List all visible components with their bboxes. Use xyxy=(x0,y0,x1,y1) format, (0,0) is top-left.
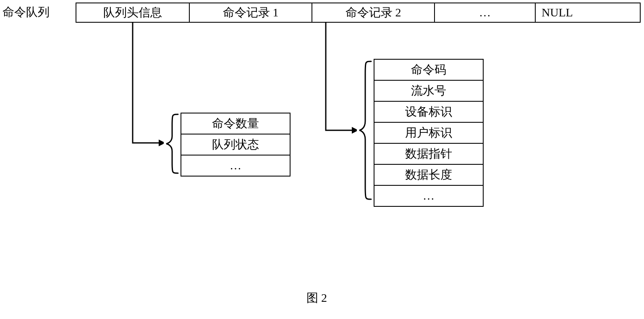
diagram-canvas: 命令队列 队列头信息 命令记录 1 命令记录 2 … NULL 命令数量 队列状… xyxy=(0,0,644,319)
queue-header-cell: 队列头信息 xyxy=(76,3,190,23)
queue-label: 命令队列 xyxy=(3,4,50,20)
arrow-header-to-detail xyxy=(126,23,164,149)
record-detail-table: 命令码 流水号 设备标识 用户标识 数据指针 数据长度 … xyxy=(374,59,484,207)
header-detail-row: … xyxy=(181,155,290,176)
null-cell: NULL xyxy=(536,3,641,23)
svg-marker-0 xyxy=(159,140,164,146)
record-detail-row: … xyxy=(374,185,483,206)
svg-marker-1 xyxy=(352,127,357,134)
record2-cell: 命令记录 2 xyxy=(312,3,435,23)
brace-header xyxy=(164,113,180,175)
record-detail-row: 命令码 xyxy=(374,60,483,80)
record-detail-row: 流水号 xyxy=(374,80,483,101)
record-detail-row: 设备标识 xyxy=(374,101,483,122)
header-detail-row: 命令数量 xyxy=(181,113,290,134)
record1-cell: 命令记录 1 xyxy=(190,3,312,23)
record-detail-row: 数据指针 xyxy=(374,143,483,164)
record-detail-row: 用户标识 xyxy=(374,122,483,143)
ellipsis-cell: … xyxy=(435,3,536,23)
record-detail-row: 数据长度 xyxy=(374,164,483,185)
header-detail-row: 队列状态 xyxy=(181,134,290,155)
brace-record xyxy=(357,59,373,202)
header-detail-table: 命令数量 队列状态 … xyxy=(181,113,291,177)
arrow-record-to-detail xyxy=(319,23,357,149)
figure-caption: 图 2 xyxy=(306,290,327,306)
